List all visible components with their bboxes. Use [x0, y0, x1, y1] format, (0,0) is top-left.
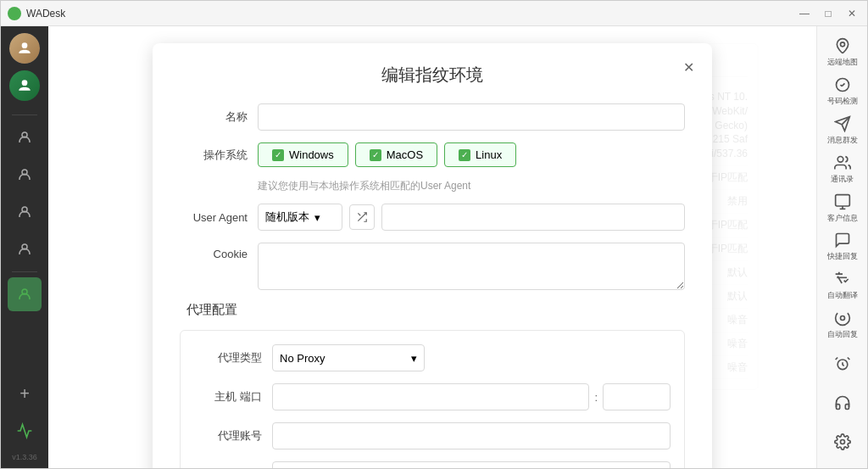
close-button[interactable]: ✕ — [843, 5, 860, 22]
sidebar-item-1[interactable] — [8, 120, 42, 154]
check-label: 号码检测 — [827, 96, 858, 107]
main-layout: + v1.3.36 ✕ 编辑指纹环境 名称 — [1, 26, 867, 468]
right-sidebar: 远端地图 号码检测 消息群发 通讯录 客户信息 — [816, 26, 867, 468]
port-input[interactable] — [603, 383, 670, 410]
proxy-password-row: 代理密码 — [194, 461, 670, 468]
app-title: WADesk — [26, 8, 796, 20]
right-item-settings[interactable] — [821, 424, 864, 460]
svg-line-8 — [358, 213, 360, 215]
titlebar: WADesk — □ ✕ — [1, 1, 867, 26]
ua-version-label: 随机版本 — [265, 209, 309, 225]
proxy-password-input[interactable] — [272, 461, 670, 468]
colon-separator: : — [589, 391, 603, 404]
ua-select-arrow: ▾ — [314, 211, 320, 224]
host-port-row: 主机 端口 : — [194, 383, 670, 410]
proxy-type-select[interactable]: No Proxy ▾ — [272, 344, 425, 371]
right-item-check[interactable]: 号码检测 — [821, 74, 864, 109]
auto-reply-label: 自动回复 — [827, 329, 858, 340]
right-item-alarm[interactable] — [821, 346, 864, 382]
translate-label: 自动翻译 — [827, 290, 858, 301]
sidebar-chart-icon[interactable] — [9, 416, 40, 446]
name-input[interactable] — [258, 103, 685, 131]
os-windows-button[interactable]: ✓ Windows — [258, 142, 348, 167]
send-label: 消息群发 — [827, 135, 858, 146]
name-label: 名称 — [180, 109, 248, 125]
cookie-label: Cookie — [180, 243, 248, 260]
version-text: v1.3.36 — [12, 453, 37, 461]
map-label: 远端地图 — [827, 57, 858, 68]
sidebar-item-2[interactable] — [8, 158, 42, 192]
host-input[interactable] — [272, 383, 589, 410]
host-label: 主机 端口 — [194, 389, 262, 405]
maximize-button[interactable]: □ — [820, 5, 837, 22]
os-buttons: ✓ Windows ✓ MacOS ✓ Linux — [258, 142, 516, 167]
linux-label: Linux — [476, 148, 502, 161]
window-controls: — □ ✕ — [796, 5, 860, 22]
os-macos-button[interactable]: ✓ MacOS — [355, 142, 437, 167]
svg-rect-16 — [835, 194, 849, 205]
windows-checkbox: ✓ — [272, 149, 284, 161]
windows-label: Windows — [289, 148, 334, 161]
ua-shuffle-button[interactable] — [349, 204, 375, 230]
edit-fingerprint-modal: ✕ 编辑指纹环境 名称 操作系统 ✓ Windo — [153, 43, 712, 468]
right-item-reply[interactable]: 快捷回复 — [821, 230, 864, 265]
os-linux-button[interactable]: ✓ Linux — [444, 142, 516, 167]
proxy-select-arrow: ▾ — [411, 352, 417, 365]
proxy-type-label: 代理类型 — [194, 350, 262, 366]
svg-point-9 — [840, 42, 844, 47]
ua-version-select[interactable]: 随机版本 ▾ — [258, 204, 342, 231]
os-row: 操作系统 ✓ Windows ✓ MacOS ✓ — [180, 142, 685, 167]
ua-input[interactable] — [381, 204, 685, 231]
app-window: WADesk — □ ✕ — [0, 0, 868, 469]
proxy-type-value: No Proxy — [280, 352, 325, 365]
svg-point-23 — [840, 440, 844, 444]
right-item-map[interactable]: 远端地图 — [821, 35, 864, 70]
svg-line-22 — [847, 358, 849, 360]
proxy-account-input[interactable] — [272, 422, 670, 449]
contacts-label: 通讯录 — [831, 174, 854, 185]
app-icon — [8, 7, 21, 20]
reply-label: 快捷回复 — [827, 251, 858, 262]
macos-label: MacOS — [387, 148, 423, 161]
svg-line-12 — [842, 83, 844, 86]
svg-point-0 — [22, 42, 28, 48]
ua-controls: 随机版本 ▾ — [258, 204, 685, 231]
customer-label: 客户信息 — [827, 213, 858, 224]
minimize-button[interactable]: — — [796, 5, 813, 22]
avatar-1[interactable] — [9, 33, 40, 64]
right-item-customer[interactable]: 客户信息 — [821, 191, 864, 226]
right-item-translate[interactable]: 自动翻译 — [821, 268, 864, 304]
sidebar-item-active[interactable] — [8, 277, 42, 311]
left-sidebar: + v1.3.36 — [1, 26, 48, 468]
svg-point-1 — [22, 80, 28, 86]
sidebar-item-3[interactable] — [8, 195, 42, 229]
proxy-section: 代理类型 No Proxy ▾ 主机 端口 : — [180, 330, 685, 468]
avatar-2[interactable] — [9, 70, 40, 101]
sidebar-item-4[interactable] — [8, 232, 42, 266]
right-item-send[interactable]: 消息群发 — [821, 113, 864, 148]
right-item-headphone[interactable] — [821, 385, 864, 421]
add-button[interactable]: + — [8, 377, 42, 410]
proxy-password-label: 代理密码 — [194, 467, 262, 468]
name-row: 名称 — [180, 103, 685, 131]
modal-title: 编辑指纹环境 — [180, 64, 685, 87]
cookie-input[interactable] — [258, 243, 685, 290]
svg-point-15 — [837, 156, 843, 162]
right-item-auto-reply[interactable]: 自动回复 — [821, 307, 864, 343]
proxy-section-title: 代理配置 — [186, 302, 685, 318]
ua-row: User Agent 随机版本 ▾ — [180, 204, 685, 231]
modal-overlay: ✕ 编辑指纹环境 名称 操作系统 ✓ Windo — [48, 26, 816, 468]
sidebar-divider-2 — [12, 271, 37, 272]
proxy-type-row: 代理类型 No Proxy ▾ — [194, 344, 670, 371]
content-area: ✕ 编辑指纹环境 名称 操作系统 ✓ Windo — [48, 26, 816, 468]
svg-point-19 — [840, 316, 844, 321]
modal-close-button[interactable]: ✕ — [678, 57, 698, 77]
linux-checkbox: ✓ — [459, 149, 470, 161]
sidebar-divider-1 — [12, 114, 37, 115]
cookie-row: Cookie — [180, 243, 685, 290]
svg-line-21 — [835, 358, 837, 360]
right-item-contacts[interactable]: 通讯录 — [821, 152, 864, 187]
ua-label: User Agent — [180, 211, 248, 224]
macos-checkbox: ✓ — [370, 149, 381, 161]
ua-hint: 建议您使用与本地操作系统相匹配的User Agent — [258, 179, 685, 193]
